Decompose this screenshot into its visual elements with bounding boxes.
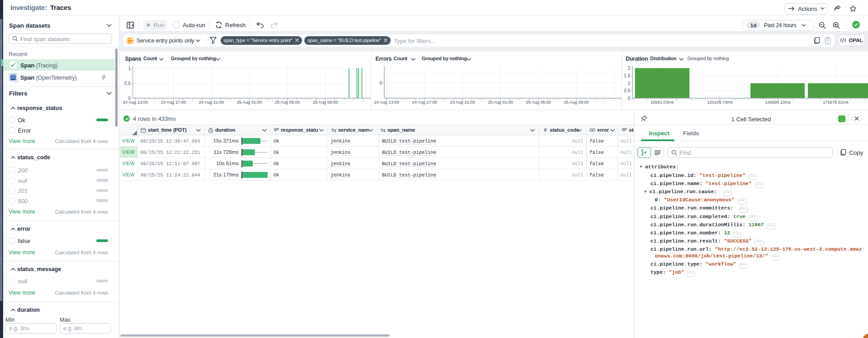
svg-text:25 Aug 09:00: 25 Aug 09:00 xyxy=(564,100,589,105)
svg-text:1: 1 xyxy=(627,81,630,86)
svg-text:0: 0 xyxy=(379,80,382,85)
svg-text:25 Aug 01:00: 25 Aug 01:00 xyxy=(488,100,513,105)
svg-text:25 Aug 05:00: 25 Aug 05:00 xyxy=(274,100,300,105)
svg-text:12s109.73ms: 12s109.73ms xyxy=(707,100,733,105)
svg-text:1: 1 xyxy=(128,66,131,71)
svg-text:25 Aug 09:00: 25 Aug 09:00 xyxy=(312,100,338,105)
svg-text:24 Aug 17:00: 24 Aug 17:00 xyxy=(160,100,186,105)
svg-text:25 Aug 01:00: 25 Aug 01:00 xyxy=(236,100,262,105)
svg-text:0.5: 0.5 xyxy=(124,81,131,86)
svg-text:14s590.10ms: 14s590.10ms xyxy=(765,100,791,105)
svg-text:24 Aug 17:00: 24 Aug 17:00 xyxy=(412,100,437,105)
svg-text:24 Aug 21:00: 24 Aug 21:00 xyxy=(450,100,475,105)
svg-text:1.5: 1.5 xyxy=(624,73,630,78)
svg-text:25 Aug 05:00: 25 Aug 05:00 xyxy=(526,100,551,105)
svg-text:2: 2 xyxy=(627,66,630,71)
svg-text:10s51.03ms: 10s51.03ms xyxy=(650,100,674,105)
svg-text:0: 0 xyxy=(627,95,630,100)
svg-text:0.5: 0.5 xyxy=(624,88,630,93)
svg-text:24 Aug 13:00: 24 Aug 13:00 xyxy=(374,100,399,105)
svg-text:17s578.51ms: 17s578.51ms xyxy=(823,100,849,105)
svg-text:24 Aug 13:00: 24 Aug 13:00 xyxy=(123,100,148,105)
svg-text:24 Aug 21:00: 24 Aug 21:00 xyxy=(198,100,224,105)
